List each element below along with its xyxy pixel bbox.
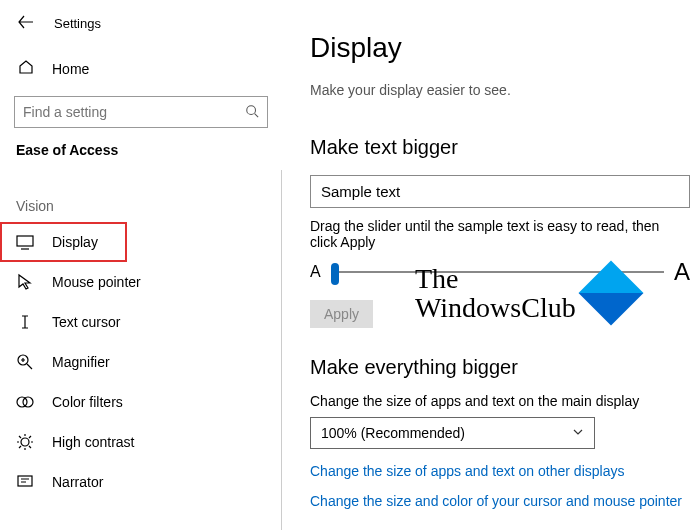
text-size-slider[interactable]: A A (310, 258, 690, 286)
svg-rect-6 (18, 476, 32, 486)
sidebar-item-label: Magnifier (52, 354, 110, 370)
svg-point-0 (247, 105, 256, 114)
sample-text-box: Sample text (310, 175, 690, 208)
home-label: Home (52, 61, 89, 77)
display-icon (16, 233, 34, 251)
link-other-displays[interactable]: Change the size of apps and text on othe… (310, 463, 690, 479)
sidebar-item-label: Mouse pointer (52, 274, 141, 290)
link-cursor-pointer[interactable]: Change the size and color of your cursor… (310, 493, 690, 509)
narrator-icon (16, 473, 34, 491)
back-icon[interactable] (18, 14, 34, 33)
search-input[interactable] (23, 104, 245, 120)
sidebar-item-label: Narrator (52, 474, 103, 490)
app-title: Settings (54, 16, 101, 31)
svg-point-5 (21, 438, 29, 446)
page-title: Display (310, 32, 690, 64)
page-subtitle: Make your display easier to see. (310, 82, 690, 98)
mouse-pointer-icon (16, 273, 34, 291)
group-label: Vision (0, 170, 282, 222)
color-filters-icon (16, 393, 34, 411)
slider-thumb[interactable] (331, 263, 339, 285)
apply-button[interactable]: Apply (310, 300, 373, 328)
scale-select[interactable]: 100% (Recommended) (310, 417, 595, 449)
sidebar-item-magnifier[interactable]: Magnifier (0, 342, 282, 382)
slider-track[interactable] (331, 271, 664, 273)
sidebar-item-label: High contrast (52, 434, 134, 450)
sidebar-item-mouse-pointer[interactable]: Mouse pointer (0, 262, 282, 302)
chevron-down-icon (572, 425, 584, 441)
sidebar-item-text-cursor[interactable]: Text cursor (0, 302, 282, 342)
magnifier-icon (16, 353, 34, 371)
sidebar-item-label: Color filters (52, 394, 123, 410)
text-cursor-icon (16, 313, 34, 331)
slider-max-label: A (674, 258, 690, 286)
home-icon (18, 59, 34, 78)
sidebar-item-label: Text cursor (52, 314, 120, 330)
scale-description: Change the size of apps and text on the … (310, 393, 690, 409)
home-link[interactable]: Home (0, 49, 282, 88)
slider-min-label: A (310, 263, 321, 281)
make-text-bigger-heading: Make text bigger (310, 136, 690, 159)
svg-point-4 (23, 397, 33, 407)
sidebar-item-label: Display (52, 234, 98, 250)
section-title: Ease of Access (0, 142, 282, 170)
make-everything-bigger-heading: Make everything bigger (310, 356, 690, 379)
scale-value: 100% (Recommended) (321, 425, 465, 441)
sidebar-item-narrator[interactable]: Narrator (0, 462, 282, 502)
search-box[interactable] (14, 96, 268, 128)
sidebar-item-color-filters[interactable]: Color filters (0, 382, 282, 422)
high-contrast-icon (16, 433, 34, 451)
sidebar-item-display[interactable]: Display (0, 222, 127, 262)
search-icon (245, 104, 259, 121)
svg-rect-1 (17, 236, 33, 246)
svg-point-3 (17, 397, 27, 407)
sidebar-item-high-contrast[interactable]: High contrast (0, 422, 282, 462)
slider-instruction: Drag the slider until the sample text is… (310, 218, 690, 250)
